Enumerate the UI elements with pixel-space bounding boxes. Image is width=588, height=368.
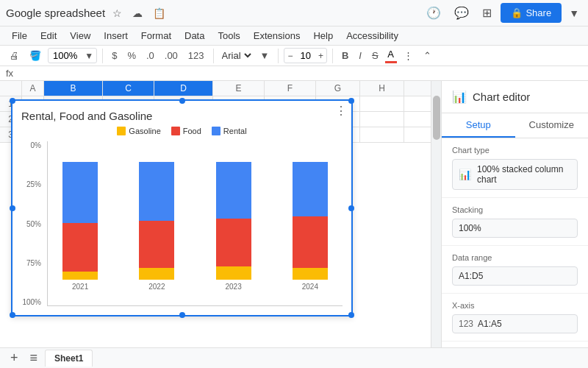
x-axis-label: X-axis <box>452 301 578 310</box>
currency-button[interactable]: $ <box>108 48 121 63</box>
toolbar: 🖨 🪣 100% ▼ $ % .0 .00 123 Arial ▼ − 10 +… <box>0 46 588 66</box>
chart-more-options[interactable]: ⋮ <box>335 104 347 118</box>
col-header-a[interactable]: A <box>22 81 44 96</box>
more-formats-button[interactable]: ⋮ <box>400 48 417 63</box>
paint-format-button[interactable]: 🪣 <box>26 48 45 63</box>
legend-gasoline-label: Gasoline <box>129 127 160 135</box>
formula-input[interactable] <box>18 68 582 79</box>
chart-type-icon: 📊 <box>459 169 471 180</box>
chart-container[interactable]: ⋮ Rental, Food and Gasoline Gasoline Foo… <box>11 99 353 316</box>
bar-gasoline-2022 <box>139 268 174 280</box>
share-dropdown-icon[interactable]: ▼ <box>566 6 582 21</box>
bar-food-2023 <box>216 219 251 267</box>
menu-view[interactable]: View <box>64 28 96 43</box>
col-header-d[interactable]: D <box>154 81 213 96</box>
font-size-decrease[interactable]: − <box>284 49 295 63</box>
resize-handle-mr[interactable] <box>348 205 354 211</box>
data-range-value[interactable]: A1:D5 <box>452 266 578 286</box>
separator-2 <box>213 49 214 63</box>
share-button[interactable]: 🔒 Share <box>501 3 562 23</box>
resize-handle-bl[interactable] <box>10 312 15 318</box>
font-color-letter[interactable]: A <box>387 49 394 60</box>
col-header-g[interactable]: G <box>316 81 360 96</box>
resize-handle-tl[interactable] <box>10 98 15 104</box>
bars-area: 2021202220232024 <box>47 141 343 306</box>
stacking-value[interactable]: 100% <box>452 219 578 238</box>
decimal-more-button[interactable]: .00 <box>161 48 182 63</box>
sheet-menu-button[interactable]: ≡ <box>26 350 43 366</box>
chart-icon: 📊 <box>452 90 467 104</box>
resize-handle-br[interactable] <box>348 312 354 318</box>
menu-bar: File Edit View Insert Format Data Tools … <box>0 26 588 46</box>
spreadsheet-area: A B C D E F G H 1 Rental Food Gasoline <box>0 81 431 347</box>
add-sheet-button[interactable]: + <box>6 350 23 366</box>
data-range-label: Data range <box>452 253 578 262</box>
legend-food-color <box>171 127 180 135</box>
font-selector[interactable]: Arial <box>219 49 254 62</box>
menu-insert[interactable]: Insert <box>98 28 134 43</box>
menu-extensions[interactable]: Extensions <box>248 28 306 43</box>
col-header-h[interactable]: H <box>360 81 404 96</box>
zoom-value: 100% <box>49 49 82 63</box>
cell-h1[interactable] <box>360 96 404 111</box>
col-header-e[interactable]: E <box>213 81 265 96</box>
bar-rental-2024 <box>293 162 328 216</box>
cloud-icon[interactable]: ☁ <box>129 6 146 21</box>
menu-accessibility[interactable]: Accessibility <box>340 28 404 43</box>
scrollbar-thumb[interactable] <box>433 96 440 140</box>
legend-rental-label: Rental <box>223 127 247 135</box>
scrollbar[interactable] <box>431 81 441 347</box>
bar-group-2023: 2023 <box>201 141 266 291</box>
chart-title: Rental, Food and Gasoline <box>21 110 343 122</box>
history-icon[interactable]: 🕐 <box>422 4 445 21</box>
italic-button[interactable]: I <box>355 48 365 63</box>
cell-h3[interactable] <box>360 127 404 142</box>
resize-handle-bm[interactable] <box>179 312 185 318</box>
resize-handle-ml[interactable] <box>10 205 15 211</box>
menu-tools[interactable]: Tools <box>212 28 245 43</box>
bar-rental-2023 <box>216 162 251 219</box>
col-header-c[interactable]: C <box>103 81 154 96</box>
cell-h2[interactable] <box>360 112 404 127</box>
separator-3 <box>278 49 279 63</box>
chart-type-value: 100% stacked column chart <box>477 164 571 185</box>
format-123-button[interactable]: 123 <box>184 48 208 63</box>
collapse-toolbar-button[interactable]: ⌃ <box>420 48 435 63</box>
bold-button[interactable]: B <box>338 48 352 63</box>
col-header-f[interactable]: F <box>265 81 316 96</box>
menu-help[interactable]: Help <box>307 28 339 43</box>
chat-icon[interactable]: 💬 <box>450 4 473 21</box>
data-range-section: Data range A1:D5 <box>442 246 588 294</box>
col-headers: A B C D E F G H <box>0 81 431 96</box>
font-size-increase[interactable]: + <box>315 49 326 63</box>
font-dropdown-button[interactable]: ▼ <box>257 48 273 63</box>
bar-food-2022 <box>139 221 174 268</box>
resize-handle-tm[interactable] <box>179 98 185 104</box>
zoom-dropdown[interactable]: ▼ <box>82 49 96 63</box>
menu-format[interactable]: Format <box>135 28 177 43</box>
apps-icon[interactable]: ⊞ <box>478 4 496 21</box>
col-header-b[interactable]: B <box>44 81 103 96</box>
menu-file[interactable]: File <box>6 28 33 43</box>
x-axis-value: A1:A5 <box>478 319 502 329</box>
chart-legend: Gasoline Food Rental <box>21 127 343 135</box>
chart-inner: Rental, Food and Gasoline Gasoline Food … <box>12 101 351 315</box>
resize-handle-tr[interactable] <box>348 98 354 104</box>
menu-data[interactable]: Data <box>179 28 210 43</box>
sheet-tab-1[interactable]: Sheet1 <box>45 350 93 367</box>
print-button[interactable]: 🖨 <box>6 48 23 63</box>
strikethrough-button[interactable]: S <box>368 48 382 63</box>
menu-edit[interactable]: Edit <box>35 28 62 43</box>
tab-setup[interactable]: Setup <box>442 113 515 138</box>
percent-button[interactable]: % <box>123 48 140 63</box>
x-axis-value-row[interactable]: 123 A1:A5 <box>452 314 578 333</box>
y-label-25: 25% <box>21 180 41 188</box>
separator-1 <box>102 49 103 63</box>
decimal-less-button[interactable]: .0 <box>143 48 158 63</box>
legend-gasoline-color <box>117 127 126 135</box>
chart-type-selector[interactable]: 📊 100% stacked column chart <box>452 159 578 190</box>
star-icon[interactable]: ☆ <box>110 6 125 21</box>
doc-icon[interactable]: 📋 <box>150 6 168 21</box>
tab-customize[interactable]: Customize <box>515 113 589 138</box>
lock-icon: 🔒 <box>511 7 523 18</box>
